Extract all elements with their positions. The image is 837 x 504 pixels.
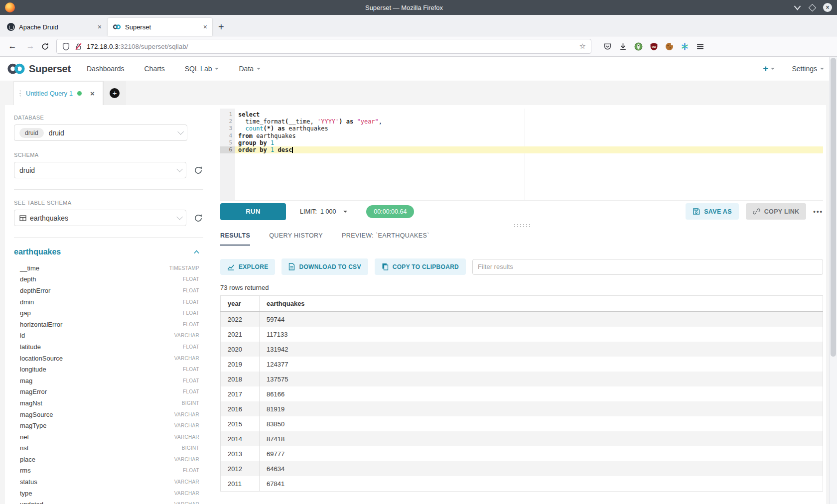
column-row[interactable]: idVARCHAR <box>14 330 203 342</box>
menu-icon[interactable] <box>696 42 704 51</box>
table-row: 201264634 <box>221 461 823 476</box>
tab-results[interactable]: RESULTS <box>220 232 250 246</box>
shield-icon[interactable] <box>62 42 70 51</box>
line-number: 3 <box>220 125 235 132</box>
table-schema-title[interactable]: earthquakes <box>14 248 61 256</box>
save-as-button[interactable]: SAVE AS <box>686 203 739 220</box>
table-row: 201167841 <box>221 476 823 492</box>
forward-icon[interactable]: → <box>23 41 38 51</box>
column-row[interactable]: magErrorFLOAT <box>14 386 203 398</box>
new-tab-button[interactable]: + <box>213 21 229 36</box>
bookmark-star-icon[interactable]: ☆ <box>579 42 586 51</box>
column-row[interactable]: netVARCHAR <box>14 431 203 443</box>
run-button[interactable]: RUN <box>220 203 286 220</box>
database-select[interactable]: druid druid <box>14 125 187 141</box>
tab-query-history[interactable]: QUERY HISTORY <box>269 232 323 246</box>
close-window-icon[interactable]: × <box>823 3 832 12</box>
splitter-handle-icon[interactable] <box>513 224 530 227</box>
page-scrollbar[interactable] <box>829 57 837 504</box>
copy-clipboard-button[interactable]: COPY TO CLIPBOARD <box>375 258 466 275</box>
column-row[interactable]: depthErrorFLOAT <box>14 285 203 296</box>
column-row[interactable]: dminFLOAT <box>14 296 203 308</box>
scrollbar-thumb[interactable] <box>831 58 836 357</box>
code-line[interactable]: 3 count(*) as earthquakes <box>220 125 823 132</box>
query-tab[interactable]: Untitled Query 1 × <box>13 81 103 105</box>
refresh-schema-icon[interactable] <box>193 165 203 175</box>
ublock-origin-icon[interactable]: UO <box>650 42 658 51</box>
minimize-icon[interactable] <box>793 3 802 12</box>
column-row[interactable]: rmsFLOAT <box>14 465 203 477</box>
nav-item-charts[interactable]: Charts <box>144 65 165 73</box>
column-row[interactable]: gapFLOAT <box>14 307 203 319</box>
column-name: id <box>20 332 25 339</box>
browser-tab-superset[interactable]: Superset × <box>108 18 212 36</box>
column-row[interactable]: magSourceVARCHAR <box>14 409 203 420</box>
query-status-dot <box>77 91 82 96</box>
nav-item-data[interactable]: Data <box>239 65 261 73</box>
downloads-icon[interactable] <box>619 42 627 51</box>
table-cell: 2016 <box>221 401 260 416</box>
column-row[interactable]: __timeTIMESTAMP <box>14 262 203 274</box>
tab-close-icon[interactable]: × <box>98 23 102 31</box>
table-select[interactable]: earthquakes <box>14 210 186 226</box>
filter-results-input[interactable] <box>472 259 823 275</box>
column-row[interactable]: magNstBIGINT <box>14 397 203 409</box>
column-type: FLOAT <box>183 276 199 282</box>
schema-select[interactable]: druid <box>14 162 186 178</box>
column-type: FLOAT <box>183 389 199 394</box>
tab-preview-earthquakes[interactable]: PREVIEW: `EARTHQUAKES` <box>342 232 429 246</box>
column-row[interactable]: magFLOAT <box>14 375 203 386</box>
drag-handle-icon[interactable] <box>19 90 21 98</box>
cookie-extension-icon[interactable] <box>665 42 674 51</box>
add-new-button[interactable]: + <box>763 63 775 74</box>
code-line[interactable]: 4from earthquakes <box>220 132 823 139</box>
sql-editor[interactable]: 1select2 time_format(__time, 'YYYY') as … <box>220 109 823 200</box>
extension-asterisk-icon[interactable] <box>681 42 689 51</box>
column-row[interactable]: longitudeFLOAT <box>14 364 203 375</box>
superset-logo[interactable] <box>7 63 26 75</box>
tab-close-icon[interactable]: × <box>203 23 207 31</box>
more-options-icon[interactable]: ••• <box>813 208 823 215</box>
reload-icon[interactable] <box>41 42 49 51</box>
collapse-chevron-icon[interactable] <box>194 250 199 254</box>
column-name: magError <box>20 388 47 395</box>
browser-tab-druid[interactable]: Apache Druid × <box>2 18 107 36</box>
column-row[interactable]: updatedVARCHAR <box>14 499 203 504</box>
privacy-extension-icon[interactable] <box>634 42 643 51</box>
column-header[interactable]: year <box>221 296 260 312</box>
brand-name[interactable]: Superset <box>29 63 71 75</box>
back-icon[interactable]: ← <box>5 41 20 51</box>
column-row[interactable]: latitudeFLOAT <box>14 341 203 353</box>
column-row[interactable]: typeVARCHAR <box>14 488 203 499</box>
download-csv-button[interactable]: DOWNLOAD TO CSV <box>281 258 368 275</box>
url-bar[interactable]: 172.18.0.3:32108/superset/sqllab/ ☆ <box>56 39 591 54</box>
insecure-lock-icon[interactable] <box>74 42 83 51</box>
close-query-tab-icon[interactable]: × <box>90 89 95 98</box>
add-query-tab[interactable]: + <box>103 81 126 105</box>
pane-splitter[interactable] <box>220 222 823 228</box>
settings-menu[interactable]: Settings <box>792 65 824 73</box>
code-line[interactable]: 6order by 1 desc <box>220 146 823 153</box>
refresh-table-icon[interactable] <box>193 213 203 223</box>
column-header[interactable]: earthquakes <box>260 296 823 312</box>
code-line[interactable]: 1select <box>220 111 823 118</box>
copy-link-button[interactable]: COPY LINK <box>746 203 807 220</box>
explore-button[interactable]: EXPLORE <box>220 259 275 275</box>
code-text: count(*) as earthquakes <box>235 125 823 132</box>
column-row[interactable]: statusVARCHAR <box>14 476 203 488</box>
table-row: 201369777 <box>221 446 823 461</box>
nav-item-sql-lab[interactable]: SQL Lab <box>185 65 219 73</box>
column-row[interactable]: nstBIGINT <box>14 443 203 454</box>
code-line[interactable]: 2 time_format(__time, 'YYYY') as "year", <box>220 118 823 125</box>
column-row[interactable]: placeVARCHAR <box>14 454 203 465</box>
column-row[interactable]: depthFLOAT <box>14 274 203 285</box>
pocket-icon[interactable] <box>603 42 612 51</box>
code-line[interactable]: 5group by 1 <box>220 139 823 146</box>
maximize-icon[interactable] <box>809 3 817 11</box>
column-row[interactable]: horizontalErrorFLOAT <box>14 319 203 330</box>
limit-dropdown[interactable]: LIMIT: 1 000 <box>300 208 347 215</box>
firefox-logo-icon <box>5 2 15 12</box>
column-row[interactable]: locationSourceVARCHAR <box>14 353 203 364</box>
column-row[interactable]: magTypeVARCHAR <box>14 420 203 431</box>
nav-item-dashboards[interactable]: Dashboards <box>87 65 125 73</box>
